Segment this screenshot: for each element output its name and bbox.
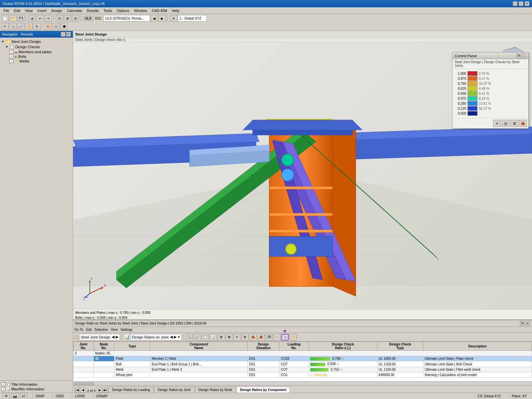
- menu-insert[interactable]: Insert: [35, 8, 49, 13]
- status-osnap[interactable]: OSNAP: [93, 394, 110, 398]
- tab-joint[interactable]: Design Ratios by Joint: [154, 387, 195, 393]
- coord-system-dropdown[interactable]: 1 - Global XYZ: [178, 15, 207, 22]
- tb-prev-load[interactable]: ◀: [151, 15, 158, 22]
- joint-design-nav-next[interactable]: ▶: [116, 335, 118, 339]
- nav-minimize[interactable]: ─: [61, 32, 66, 37]
- tab-component[interactable]: Design Ratios by Component: [236, 387, 290, 393]
- goto-menu[interactable]: Go To: [74, 328, 83, 332]
- tb-wire[interactable]: ⬡: [53, 23, 60, 30]
- tb-render[interactable]: 🎨: [45, 23, 52, 30]
- tab-loading[interactable]: Design Ratios by Loading: [108, 387, 154, 393]
- tb-undo[interactable]: ↩: [37, 15, 44, 22]
- cp-float[interactable]: ⧉: [516, 54, 521, 58]
- restore-button[interactable]: □: [519, 1, 523, 6]
- tb-more7[interactable]: ⋯: [273, 334, 281, 340]
- view-menu[interactable]: View: [111, 328, 118, 332]
- tb-zoom-in[interactable]: 🔍: [9, 23, 17, 30]
- close-button[interactable]: ✕: [525, 1, 529, 6]
- cp-chart-btn[interactable]: ◎: [502, 120, 510, 127]
- bolts-checkbox[interactable]: ✓: [9, 55, 13, 59]
- selection-menu[interactable]: Selection: [94, 328, 108, 332]
- tb-more1[interactable]: ⊞: [217, 334, 225, 340]
- h-scrollbar[interactable]: [73, 381, 532, 385]
- load-case-dropdown[interactable]: ULS (STR/GEO): Perma...: [103, 15, 150, 22]
- menu-help[interactable]: Help: [170, 8, 182, 13]
- status-lgrid[interactable]: LGRID: [72, 394, 88, 398]
- tb-more5[interactable]: 📤: [249, 334, 257, 340]
- tab-first[interactable]: |◀: [74, 387, 80, 393]
- results-close-btn[interactable]: ✕: [525, 321, 530, 326]
- status-cam-btn[interactable]: 📷: [11, 393, 19, 399]
- status-snap[interactable]: SNAP: [33, 394, 47, 398]
- status-tag-btn[interactable]: 🏷: [20, 393, 27, 399]
- tb-more6[interactable]: 📥: [257, 334, 265, 340]
- maxmin-checkbox[interactable]: ✓: [1, 387, 5, 391]
- tb-view1[interactable]: ⊡: [56, 15, 63, 22]
- tb-zoom-out[interactable]: 🔎: [17, 23, 25, 30]
- tb-more8[interactable]: ⚡: [289, 334, 297, 340]
- members-checkbox[interactable]: ✓: [9, 50, 13, 54]
- maxmin-info-item[interactable]: ✓ 📊 Max/Min Information: [1, 387, 71, 391]
- menu-results[interactable]: Results: [85, 8, 101, 13]
- welds-checkbox[interactable]: ✓: [9, 59, 13, 63]
- tb-more2[interactable]: ⊠: [225, 334, 233, 340]
- tb-export-xls[interactable]: 📊: [209, 334, 217, 340]
- settings-menu[interactable]: Settings: [120, 328, 132, 332]
- tb-special-highlighted[interactable]: 📎: [281, 334, 289, 340]
- menu-tools[interactable]: Tools: [101, 8, 114, 13]
- table-row-weld[interactable]: Weld End Plate 1 | Weld 3 DS1 CO7 0.752 …: [73, 367, 532, 372]
- status-eye-btn[interactable]: 👁: [3, 393, 10, 399]
- tb-solid[interactable]: ⬢: [61, 23, 68, 30]
- tb-rotate[interactable]: ↻: [33, 23, 41, 30]
- tb-open[interactable]: 📂: [9, 15, 17, 22]
- tree-root-item[interactable]: ▼ 📁 Steel Joint Design: [1, 39, 71, 44]
- scrollbar-thumb[interactable]: [74, 382, 94, 385]
- tab-prev[interactable]: ◀: [80, 387, 85, 393]
- title-info-checkbox[interactable]: ✓: [1, 382, 5, 386]
- tb-coord[interactable]: ✕: [170, 15, 177, 22]
- menu-file[interactable]: File: [1, 8, 11, 13]
- tb-new[interactable]: 📄: [1, 15, 9, 22]
- tb-print[interactable]: 🖨: [29, 15, 36, 22]
- status-grid[interactable]: GRID: [53, 394, 66, 398]
- tab-next[interactable]: ▶: [97, 387, 102, 393]
- tb-digits[interactable]: .00: [265, 334, 273, 340]
- cp-list-btn[interactable]: ≣: [510, 120, 518, 127]
- joint-design-nav-prev[interactable]: ◀: [112, 335, 114, 339]
- cp-export-btn[interactable]: 📤: [519, 120, 527, 127]
- tb-filter[interactable]: 🔍: [186, 334, 193, 340]
- tb-more4[interactable]: ⚙: [241, 334, 249, 340]
- menu-window[interactable]: Window: [132, 8, 149, 13]
- results-float-btn[interactable]: ⧉: [520, 321, 525, 326]
- menu-calculate[interactable]: Calculate: [65, 8, 84, 13]
- menu-edit[interactable]: Edit: [12, 8, 22, 13]
- table-row-bolt[interactable]: Bolt End Plate 1 | Bolt Group 1 | Bolt..…: [73, 361, 532, 367]
- joint-design-dropdown[interactable]: Steel Joint Design ◀ ▶: [79, 334, 120, 340]
- menu-assign[interactable]: Assign: [49, 8, 64, 13]
- ratios-nav-prev[interactable]: ◀: [170, 335, 173, 339]
- ratios-expand[interactable]: ▾: [178, 335, 180, 339]
- tb-search[interactable]: 🔎: [194, 334, 201, 340]
- tb-export-table[interactable]: 📋: [201, 334, 209, 340]
- ratios-nav-next[interactable]: ▶: [174, 335, 177, 339]
- ratios-dropdown[interactable]: Design Ratios on Joint ◀ ▶ ▾: [130, 334, 182, 340]
- tree-design-checks[interactable]: ▼ 📋 Design Checks: [5, 44, 71, 50]
- tb-view2[interactable]: ⊞: [64, 15, 71, 22]
- scene-container[interactable]: X Y Z Members and Plates | max η : 0.780…: [73, 42, 532, 320]
- minimize-button[interactable]: ─: [513, 1, 517, 6]
- tree-welds-item[interactable]: ✓ ⚡ Welds: [9, 59, 71, 64]
- edit-menu[interactable]: Edit: [86, 328, 92, 332]
- tree-bolts-item[interactable]: ✓ ◉ Bolts: [9, 54, 71, 59]
- tb-save[interactable]: 💾: [17, 15, 25, 22]
- tab-node[interactable]: Design Ratios by Node: [195, 387, 236, 393]
- tb-more3[interactable]: ≡: [233, 334, 241, 340]
- tb-redo[interactable]: ↪: [45, 15, 52, 22]
- tb-view3[interactable]: ⊟: [72, 15, 79, 22]
- tab-last[interactable]: ▶|: [103, 387, 108, 393]
- tb-pan[interactable]: ✋: [25, 23, 33, 30]
- table-row-whole[interactable]: Whole joint DS1 CO1 ⚠ Warning ¢48000.00 …: [73, 372, 532, 378]
- tb-select[interactable]: ↖: [1, 23, 9, 30]
- nav-close[interactable]: ✕: [66, 32, 71, 37]
- menu-options[interactable]: Options: [115, 8, 131, 13]
- cp-minimize[interactable]: ─: [522, 54, 526, 58]
